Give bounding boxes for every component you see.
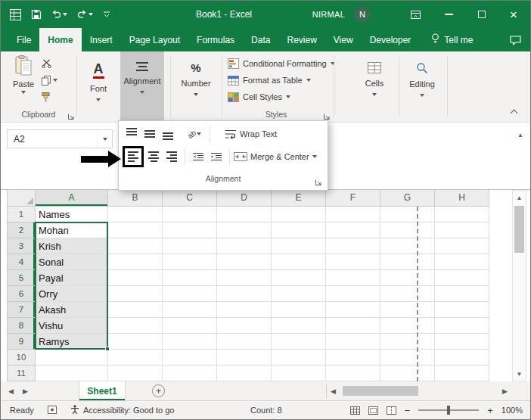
- cell-G9[interactable]: [380, 334, 435, 350]
- cell-B5[interactable]: [108, 270, 163, 286]
- cell-E7[interactable]: [272, 302, 326, 318]
- cell-A4[interactable]: Sonal: [36, 254, 108, 270]
- sheet-next-button[interactable]: ▶: [23, 387, 28, 395]
- close-button[interactable]: ×: [510, 8, 517, 21]
- select-all-button[interactable]: [7, 190, 36, 207]
- cell-D1[interactable]: [217, 207, 272, 222]
- cells-button[interactable]: Cells: [355, 51, 394, 122]
- maximize-button[interactable]: [477, 9, 487, 20]
- cell-C5[interactable]: [163, 270, 217, 286]
- zoom-in-button[interactable]: +: [487, 406, 493, 415]
- cell-D7[interactable]: [217, 302, 272, 318]
- cell-G1[interactable]: [380, 207, 435, 222]
- align-bottom-button[interactable]: [159, 125, 177, 143]
- cell-E10[interactable]: [272, 350, 326, 366]
- accessibility-status[interactable]: Accessibility: Good to go: [70, 405, 174, 415]
- cell-A3[interactable]: Krish: [36, 238, 108, 254]
- cell-E8[interactable]: [272, 318, 326, 334]
- cell-H11[interactable]: [435, 366, 489, 381]
- align-top-button[interactable]: [123, 125, 141, 143]
- collapse-ribbon-button[interactable]: [511, 110, 517, 116]
- cell-C9[interactable]: [163, 334, 217, 350]
- font-button[interactable]: A Font: [79, 51, 117, 122]
- cell-G6[interactable]: [380, 286, 435, 302]
- alignment-button[interactable]: Alignment: [120, 51, 164, 122]
- cell-G7[interactable]: [380, 302, 435, 318]
- cell-A10[interactable]: [36, 350, 108, 366]
- cell-C10[interactable]: [163, 350, 217, 366]
- cell-D11[interactable]: [217, 366, 272, 381]
- column-header-B[interactable]: B: [108, 190, 163, 207]
- cell-D5[interactable]: [217, 270, 272, 286]
- cell-H1[interactable]: [435, 207, 489, 222]
- row-header-8[interactable]: 8: [7, 318, 36, 334]
- tab-insert[interactable]: Insert: [82, 28, 121, 51]
- editing-button[interactable]: Editing: [402, 51, 442, 122]
- cell-H5[interactable]: [435, 270, 489, 286]
- cell-G4[interactable]: [380, 254, 435, 270]
- cell-H2[interactable]: [435, 222, 489, 238]
- align-center-button[interactable]: [144, 148, 163, 166]
- zoom-slider[interactable]: [418, 409, 479, 411]
- alignment-dialog-launcher[interactable]: [315, 176, 322, 189]
- zoom-slider-thumb[interactable]: [447, 406, 450, 415]
- sheet-tab-sheet1[interactable]: Sheet1: [79, 381, 126, 400]
- cell-D8[interactable]: [217, 318, 272, 334]
- redo-dropdown-triangle[interactable]: [88, 13, 93, 16]
- cut-button[interactable]: [42, 58, 57, 69]
- cell-C8[interactable]: [163, 318, 217, 334]
- cell-A1[interactable]: Names: [36, 207, 108, 222]
- cell-B9[interactable]: [108, 334, 163, 350]
- column-header-A[interactable]: A: [36, 190, 108, 207]
- row-header-4[interactable]: 4: [7, 254, 36, 270]
- row-header-5[interactable]: 5: [7, 270, 36, 286]
- cell-B6[interactable]: [108, 286, 163, 302]
- column-header-G[interactable]: G: [380, 190, 435, 207]
- cell-A6[interactable]: Orry: [36, 286, 108, 302]
- merge-center-button[interactable]: Merge & Center: [234, 152, 317, 161]
- vscroll-thumb[interactable]: [514, 206, 524, 253]
- format-as-table-button[interactable]: Format as Table: [228, 73, 311, 88]
- cell-C6[interactable]: [163, 286, 217, 302]
- scroll-left-button[interactable]: ◀: [331, 381, 336, 400]
- number-button[interactable]: % Number: [175, 51, 217, 122]
- cell-H6[interactable]: [435, 286, 489, 302]
- cell-F2[interactable]: [326, 222, 380, 238]
- qat-customize-icon[interactable]: [103, 11, 110, 18]
- cell-G3[interactable]: [380, 238, 435, 254]
- cell-D9[interactable]: [217, 334, 272, 350]
- name-box[interactable]: A2: [7, 129, 113, 148]
- cell-G11[interactable]: [380, 366, 435, 381]
- vertical-scrollbar[interactable]: ▲ ▼: [512, 190, 526, 381]
- cell-B10[interactable]: [108, 350, 163, 366]
- cell-E11[interactable]: [272, 366, 326, 381]
- cell-C1[interactable]: [163, 207, 217, 222]
- cell-F10[interactable]: [326, 350, 380, 366]
- cell-F6[interactable]: [326, 286, 380, 302]
- align-right-button[interactable]: [163, 148, 181, 166]
- user-avatar[interactable]: N: [354, 6, 371, 23]
- excel-app-icon[interactable]: [10, 9, 21, 20]
- cell-E1[interactable]: [272, 207, 326, 222]
- cell-D6[interactable]: [217, 286, 272, 302]
- tab-home[interactable]: Home: [39, 28, 81, 51]
- row-header-6[interactable]: 6: [7, 286, 36, 302]
- cell-F11[interactable]: [326, 366, 380, 381]
- cell-G10[interactable]: [380, 350, 435, 366]
- cell-B11[interactable]: [108, 366, 163, 381]
- ribbon-display-options-icon[interactable]: [410, 9, 421, 20]
- cell-B3[interactable]: [108, 238, 163, 254]
- cell-F5[interactable]: [326, 270, 380, 286]
- minimize-button[interactable]: [443, 9, 454, 20]
- hscroll-thumb[interactable]: [343, 386, 418, 396]
- cell-B4[interactable]: [108, 254, 163, 270]
- cell-B7[interactable]: [108, 302, 163, 318]
- cell-C11[interactable]: [163, 366, 217, 381]
- tab-review[interactable]: Review: [278, 28, 324, 51]
- tab-formulas[interactable]: Formulas: [188, 28, 243, 51]
- cell-F1[interactable]: [326, 207, 380, 222]
- column-header-F[interactable]: F: [326, 190, 380, 207]
- tab-view[interactable]: View: [325, 28, 362, 51]
- align-middle-button[interactable]: [141, 125, 159, 143]
- cell-G8[interactable]: [380, 318, 435, 334]
